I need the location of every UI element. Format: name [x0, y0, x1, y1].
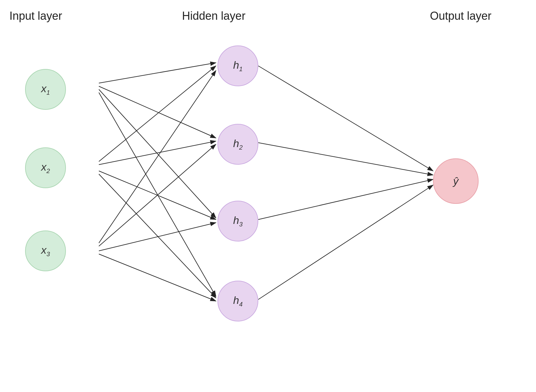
output-layer-label: Output layer: [430, 9, 491, 23]
neural-network-diagram: Input layer Hidden layer Output layer: [0, 0, 536, 392]
node-h1: h1: [217, 45, 258, 86]
svg-line-2: [99, 86, 216, 138]
node-h2: h2: [217, 124, 258, 165]
node-h3: h3: [217, 201, 258, 241]
svg-line-15: [258, 179, 433, 220]
hidden-layer-label: Hidden layer: [182, 9, 245, 23]
node-y-hat: ŷ: [433, 158, 479, 204]
svg-line-11: [99, 223, 216, 251]
svg-line-9: [99, 71, 216, 243]
svg-line-1: [99, 63, 216, 83]
svg-line-6: [99, 141, 216, 165]
node-x2: x2: [25, 147, 66, 188]
svg-line-13: [258, 66, 433, 171]
node-x3: x3: [25, 230, 66, 271]
svg-line-10: [99, 144, 216, 246]
svg-line-4: [99, 93, 216, 296]
node-x1: x1: [25, 69, 66, 110]
svg-line-12: [99, 254, 216, 301]
svg-line-5: [99, 66, 216, 162]
input-layer-label: Input layer: [9, 9, 62, 23]
svg-line-8: [99, 174, 216, 298]
svg-line-7: [99, 171, 216, 220]
node-h4: h4: [217, 281, 258, 321]
svg-line-16: [258, 185, 433, 299]
svg-line-3: [99, 89, 216, 218]
svg-line-14: [258, 143, 433, 175]
